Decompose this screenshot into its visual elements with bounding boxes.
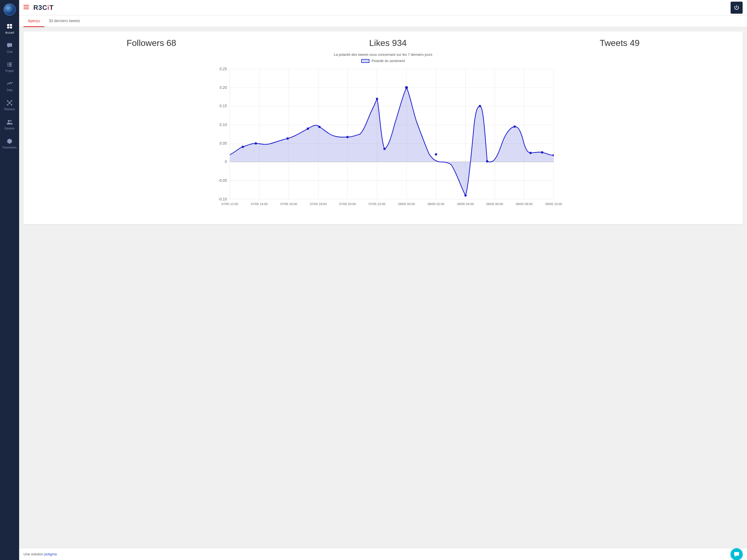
svg-line-17 [8,101,9,102]
chat-bubble-button[interactable] [730,548,743,560]
svg-text:08/05 06:00: 08/05 06:00 [486,202,504,206]
teams-icon [6,119,12,126]
list-icon [6,61,12,68]
svg-rect-24 [24,7,29,8]
footer: Une solution poligma [19,548,747,560]
chart-card: Followers 68 Likes 934 Tweets 49 La pola… [24,31,743,224]
legend-label: Polarité du sentiment [371,59,405,63]
chart-wrapper: 0.25 0.20 0.15 0.10 0.05 0 -0.05 -0.10 0… [30,66,736,218]
svg-text:07/05 18:00: 07/05 18:00 [310,202,327,206]
avatar [4,4,16,16]
legend-box [361,59,369,63]
stat-tweets: Tweets 49 [600,38,640,48]
svg-point-83 [530,152,532,154]
data-icon [6,81,12,87]
hamburger-icon[interactable] [24,4,29,11]
power-button[interactable] [730,2,743,14]
chart-subtitle: La polarité des tweets vous concernant s… [30,52,736,57]
svg-point-70 [255,142,257,144]
svg-text:08/05 00:00: 08/05 00:00 [398,202,415,206]
svg-point-13 [7,100,8,102]
svg-rect-11 [9,66,12,67]
svg-text:08/05 08:00: 08/05 08:00 [516,202,533,206]
svg-text:0.05: 0.05 [220,142,227,146]
svg-point-82 [514,126,516,128]
svg-point-21 [8,120,10,122]
svg-point-72 [307,127,309,130]
svg-point-14 [11,100,12,102]
svg-text:-0.10: -0.10 [218,197,227,201]
svg-rect-4 [7,43,12,47]
svg-point-73 [318,126,320,128]
svg-point-75 [376,98,378,100]
svg-rect-8 [7,64,8,65]
tab-apercu[interactable]: Aperçu [24,15,44,27]
sidebar-item-chat[interactable]: Chat [0,38,19,57]
svg-point-74 [346,136,349,138]
content-area: Followers 68 Likes 934 Tweets 49 La pola… [19,27,747,548]
network-icon [6,100,12,107]
svg-point-77 [405,86,408,89]
sidebar-label-accueil: Accueil [5,31,14,34]
svg-point-22 [10,120,12,122]
svg-point-79 [464,195,466,197]
settings-icon [6,138,12,145]
svg-rect-9 [9,64,12,65]
header-left: R3CiT [24,4,54,11]
svg-point-80 [479,105,481,107]
svg-point-69 [242,146,244,148]
footer-brand[interactable]: poligma [44,552,57,556]
tab-tweets[interactable]: 30 derniers tweets [44,15,84,27]
polarity-chart: 0.25 0.20 0.15 0.10 0.05 0 -0.05 -0.10 0… [30,66,736,217]
svg-text:07/05 12:00: 07/05 12:00 [222,202,238,206]
svg-text:-0.05: -0.05 [218,179,227,183]
svg-text:08/05 02:00: 08/05 02:00 [428,202,445,206]
svg-text:08/05 04:00: 08/05 04:00 [457,202,474,206]
svg-rect-0 [7,24,9,26]
stats-row: Followers 68 Likes 934 Tweets 49 [30,38,736,48]
svg-text:0.10: 0.10 [220,123,227,127]
sidebar-label-parametres: Paramètres [2,146,17,149]
sidebar-label-reseaux: Réseaux [4,108,15,111]
svg-line-20 [10,103,11,104]
sidebar-item-reseaux[interactable]: Réseaux [0,96,19,115]
svg-rect-86 [734,552,739,556]
svg-point-16 [11,104,12,105]
sidebar-avatar [0,0,19,19]
main-area: R3CiT Aperçu 30 derniers tweets Follower… [19,0,747,560]
tabs-bar: Aperçu 30 derniers tweets [19,15,747,27]
sidebar-item-projets[interactable]: Projets [0,57,19,77]
svg-marker-87 [735,556,737,557]
sidebar-item-accueil[interactable]: Accueil [0,19,19,38]
svg-line-18 [10,101,11,102]
svg-point-15 [7,104,8,105]
svg-rect-7 [9,62,12,63]
svg-text:07/05 16:00: 07/05 16:00 [280,202,297,206]
svg-point-78 [435,153,437,155]
footer-text: Une solution poligma [24,552,57,556]
logo-text-t: T [50,4,54,11]
header: R3CiT [19,0,747,15]
svg-rect-10 [7,66,8,67]
svg-rect-25 [24,8,29,9]
svg-text:0: 0 [225,160,227,164]
sidebar-item-data[interactable]: Data [0,77,19,96]
svg-rect-2 [7,27,9,28]
sidebar-label-equipes: Equipes [5,127,15,130]
svg-text:07/05 14:00: 07/05 14:00 [251,202,268,206]
svg-point-84 [541,151,543,153]
stat-followers: Followers 68 [127,38,176,48]
svg-text:07/05 22:00: 07/05 22:00 [368,202,386,206]
sidebar-item-equipes[interactable]: Equipes [0,115,19,134]
logo-text-r3c: R3C [33,4,47,11]
sidebar-label-chat: Chat [6,50,12,53]
sidebar-item-parametres[interactable]: Paramètres [0,134,19,153]
svg-point-81 [486,160,488,162]
svg-point-76 [383,148,386,150]
sidebar: Accueil Chat Projets [0,0,19,560]
svg-line-19 [8,103,9,104]
svg-rect-1 [10,24,12,26]
svg-point-71 [287,137,289,139]
logo: R3CiT [33,4,54,11]
logo-text-i: i [47,4,50,11]
